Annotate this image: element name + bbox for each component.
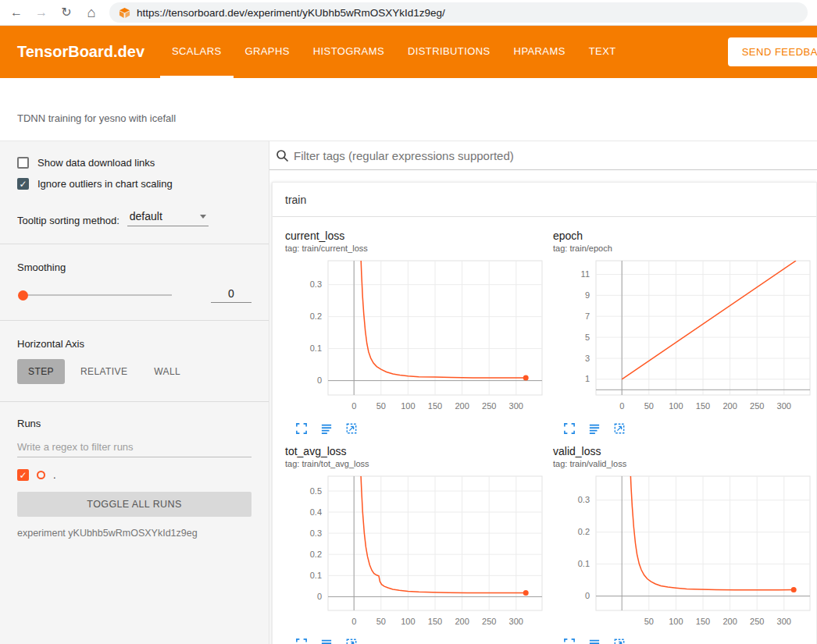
svg-text:0.1: 0.1: [310, 571, 322, 580]
data-lines-icon[interactable]: [589, 639, 600, 644]
tab-text[interactable]: TEXT: [577, 26, 628, 78]
chart-title: epoch: [553, 229, 816, 242]
svg-text:300: 300: [777, 401, 791, 411]
ignore-outliers-checkbox[interactable]: [17, 178, 29, 190]
chart-canvas-valid-loss[interactable]: 5010015020025030000.10.20.3: [553, 471, 816, 635]
fit-domain-icon[interactable]: [614, 639, 625, 644]
divider: [0, 320, 269, 321]
svg-text:50: 50: [644, 401, 654, 411]
fullscreen-icon[interactable]: [564, 423, 575, 434]
fit-domain-icon[interactable]: [614, 423, 625, 434]
chart-tag: tag: train/current_loss: [285, 244, 548, 253]
home-icon[interactable]: ⌂: [84, 5, 98, 20]
tag-filter-input[interactable]: [294, 149, 811, 162]
tab-hparams[interactable]: HPARAMS: [502, 26, 577, 78]
divider: [0, 244, 269, 244]
show-download-links-checkbox[interactable]: [17, 157, 29, 169]
section-title: train: [285, 194, 306, 206]
chart-toolbar: [285, 639, 548, 644]
refresh-icon[interactable]: ↻: [59, 6, 73, 19]
svg-text:50: 50: [644, 617, 654, 626]
fit-domain-icon[interactable]: [346, 423, 357, 434]
train-section-header[interactable]: train: [273, 183, 816, 217]
fullscreen-icon[interactable]: [564, 639, 575, 644]
smoothing-slider-thumb[interactable]: [18, 290, 28, 301]
svg-text:250: 250: [482, 401, 496, 411]
chart-canvas-current-loss[interactable]: 05010015020025030000.10.20.3: [285, 256, 548, 420]
address-bar[interactable]: https://tensorboard.dev/experiment/yKUbh…: [109, 2, 808, 23]
experiment-description: TDNN training for yesno with icefall: [17, 112, 176, 124]
tooltip-sorting-value: default: [130, 210, 162, 222]
chart-toolbar: [553, 639, 816, 644]
tab-graphs[interactable]: GRAPHS: [234, 26, 301, 78]
experiment-caption: experiment yKUbhb5wRmOSXYkId1z9eg: [17, 528, 252, 539]
fullscreen-icon[interactable]: [296, 639, 307, 644]
send-feedback-button[interactable]: SEND FEEDBACK: [728, 37, 817, 66]
svg-text:100: 100: [669, 401, 683, 411]
tooltip-sorting-select[interactable]: default: [127, 210, 209, 226]
svg-text:0.4: 0.4: [310, 507, 322, 517]
nav-tabs: SCALARS GRAPHS HISTOGRAMS DISTRIBUTIONS …: [160, 26, 628, 78]
smoothing-value-input[interactable]: [211, 287, 252, 303]
svg-text:0: 0: [351, 617, 356, 626]
url-text: https://tensorboard.dev/experiment/yKUbh…: [137, 7, 445, 19]
data-lines-icon[interactable]: [321, 423, 332, 434]
chart-canvas-tot-avg-loss[interactable]: 05010015020025030000.10.20.30.40.5: [285, 471, 548, 635]
back-icon[interactable]: ←: [9, 6, 23, 19]
chart-tag: tag: train/tot_avg_loss: [285, 459, 548, 468]
chart-canvas-epoch[interactable]: 0501001502002503001357911: [553, 256, 816, 420]
svg-text:300: 300: [509, 401, 523, 411]
smoothing-label: Smoothing: [17, 262, 252, 273]
ignore-outliers-label: Ignore outliers in chart scaling: [37, 178, 173, 190]
data-lines-icon[interactable]: [321, 639, 332, 644]
chart-card-current-loss: current_loss tag: train/current_loss 050…: [285, 229, 548, 434]
svg-text:0.2: 0.2: [578, 527, 590, 536]
svg-text:200: 200: [455, 401, 469, 411]
svg-text:0: 0: [317, 375, 322, 385]
svg-text:300: 300: [777, 617, 791, 626]
axis-wall-button[interactable]: WALL: [143, 359, 191, 384]
svg-text:0.2: 0.2: [310, 311, 322, 321]
runs-filter-input[interactable]: [17, 437, 252, 457]
search-icon: [276, 149, 289, 162]
tab-scalars[interactable]: SCALARS: [160, 26, 234, 78]
app-title: TensorBoard.dev: [0, 43, 160, 61]
tab-histograms[interactable]: HISTOGRAMS: [301, 26, 396, 78]
data-lines-icon[interactable]: [589, 423, 600, 434]
svg-text:250: 250: [750, 617, 764, 626]
svg-text:0: 0: [585, 591, 590, 600]
tab-distributions[interactable]: DISTRIBUTIONS: [396, 26, 502, 78]
smoothing-slider[interactable]: [20, 294, 172, 296]
forward-icon[interactable]: →: [34, 6, 48, 19]
svg-text:200: 200: [722, 617, 737, 626]
svg-text:9: 9: [585, 290, 590, 300]
fullscreen-icon[interactable]: [296, 423, 307, 434]
run-color-swatch: [37, 471, 45, 479]
svg-text:0: 0: [351, 401, 356, 411]
content-area: Show data download links Ignore outliers…: [0, 141, 817, 644]
svg-text:0: 0: [619, 401, 624, 411]
chart-tag: tag: train/epoch: [553, 244, 816, 253]
chart-card-valid-loss: valid_loss tag: train/valid_loss 5010015…: [553, 445, 816, 644]
runs-label: Runs: [17, 418, 252, 429]
horizontal-axis-label: Horizontal Axis: [17, 338, 252, 350]
run-checkbox[interactable]: [17, 469, 29, 481]
tooltip-sorting-label: Tooltip sorting method:: [17, 215, 120, 226]
svg-text:150: 150: [696, 401, 710, 411]
browser-toolbar: ← → ↻ ⌂ https://tensorboard.dev/experime…: [0, 0, 817, 26]
svg-text:0.3: 0.3: [310, 279, 322, 289]
svg-text:50: 50: [376, 617, 386, 626]
fit-domain-icon[interactable]: [346, 639, 357, 644]
main-panel: train current_loss tag: train/current_lo…: [269, 141, 817, 644]
horizontal-axis-options: STEP RELATIVE WALL: [17, 359, 252, 384]
svg-text:5: 5: [585, 333, 590, 342]
run-name: .: [53, 469, 56, 481]
svg-text:200: 200: [455, 617, 469, 626]
axis-step-button[interactable]: STEP: [17, 359, 65, 384]
axis-relative-button[interactable]: RELATIVE: [70, 359, 138, 384]
chart-title: valid_loss: [553, 445, 816, 457]
svg-text:100: 100: [669, 617, 683, 626]
toggle-all-runs-button[interactable]: TOGGLE ALL RUNS: [17, 492, 252, 517]
svg-text:0.2: 0.2: [310, 550, 322, 559]
svg-text:50: 50: [376, 401, 386, 411]
